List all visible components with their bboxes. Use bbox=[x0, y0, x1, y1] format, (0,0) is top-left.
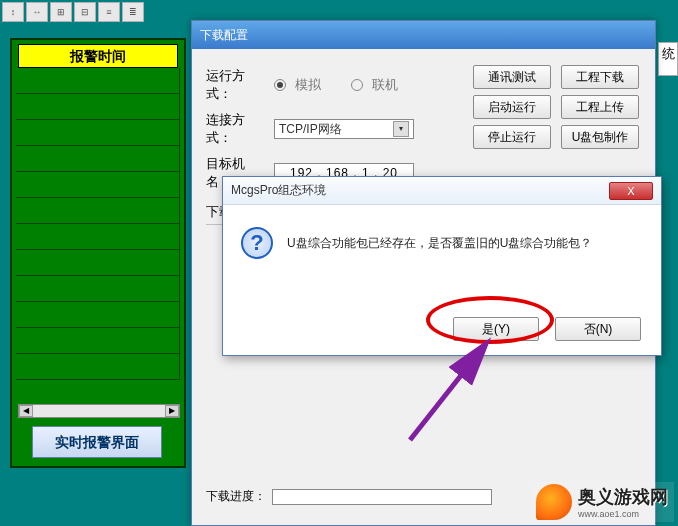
radio-simulate[interactable] bbox=[274, 79, 286, 91]
radio-online-label: 联机 bbox=[372, 76, 398, 94]
flame-icon bbox=[536, 484, 572, 520]
table-row bbox=[16, 94, 180, 120]
yes-button[interactable]: 是(Y) bbox=[453, 317, 539, 341]
no-button[interactable]: 否(N) bbox=[555, 317, 641, 341]
tool-btn-4[interactable]: ⊟ bbox=[74, 2, 96, 22]
horizontal-scrollbar[interactable]: ◀ ▶ bbox=[18, 404, 180, 418]
watermark-url: www.aoe1.com bbox=[578, 509, 668, 519]
comm-test-button[interactable]: 通讯测试 bbox=[473, 65, 551, 89]
conn-mode-label: 连接方式： bbox=[206, 111, 268, 147]
dialog-button-panel: 通讯测试 工程下载 启动运行 工程上传 停止运行 U盘包制作 bbox=[473, 65, 639, 149]
confirm-overwrite-modal: McgsPro组态环境 X ? U盘综合功能包已经存在，是否覆盖旧的U盘综合功能… bbox=[222, 176, 662, 356]
table-row bbox=[16, 198, 180, 224]
question-icon: ? bbox=[241, 227, 273, 259]
conn-mode-select[interactable]: TCP/IP网络 ▾ bbox=[274, 119, 414, 139]
close-button[interactable]: X bbox=[609, 182, 653, 200]
modal-title-text: McgsPro组态环境 bbox=[231, 182, 326, 199]
table-row bbox=[16, 250, 180, 276]
top-toolbar: ↕ ↔ ⊞ ⊟ ≡ ≣ bbox=[2, 2, 144, 22]
download-progress-row: 下载进度： bbox=[206, 488, 492, 505]
watermark: 奥义游戏网 www.aoe1.com bbox=[530, 482, 674, 522]
project-upload-button[interactable]: 工程上传 bbox=[561, 95, 639, 119]
stop-run-button[interactable]: 停止运行 bbox=[473, 125, 551, 149]
table-row bbox=[16, 302, 180, 328]
modal-message: U盘综合功能包已经存在，是否覆盖旧的U盘综合功能包？ bbox=[287, 235, 592, 252]
scroll-right-icon[interactable]: ▶ bbox=[165, 405, 179, 417]
run-mode-label: 运行方式： bbox=[206, 67, 268, 103]
project-download-button[interactable]: 工程下载 bbox=[561, 65, 639, 89]
watermark-name: 奥义游戏网 bbox=[578, 485, 668, 509]
table-row bbox=[16, 276, 180, 302]
dialog-title: 下载配置 bbox=[200, 27, 248, 44]
conn-mode-value: TCP/IP网络 bbox=[279, 121, 342, 138]
radio-online[interactable] bbox=[351, 79, 363, 91]
modal-titlebar[interactable]: McgsPro组态环境 X bbox=[223, 177, 661, 205]
scroll-left-icon[interactable]: ◀ bbox=[19, 405, 33, 417]
alarm-panel: 报警时间 ◀ ▶ 实时报警界面 bbox=[10, 38, 186, 468]
realtime-alarm-button[interactable]: 实时报警界面 bbox=[32, 426, 162, 458]
tool-btn-5[interactable]: ≡ bbox=[98, 2, 120, 22]
tool-btn-1[interactable]: ↕ bbox=[2, 2, 24, 22]
download-progress-bar bbox=[272, 489, 492, 505]
usb-package-make-button[interactable]: U盘包制作 bbox=[561, 125, 639, 149]
table-row bbox=[16, 120, 180, 146]
tool-btn-6[interactable]: ≣ bbox=[122, 2, 144, 22]
system-badge: 统 bbox=[658, 42, 678, 76]
alarm-time-header: 报警时间 bbox=[18, 44, 178, 68]
table-row bbox=[16, 146, 180, 172]
dialog-titlebar[interactable]: 下载配置 bbox=[192, 21, 655, 49]
table-row bbox=[16, 68, 180, 94]
tool-btn-3[interactable]: ⊞ bbox=[50, 2, 72, 22]
chevron-down-icon: ▾ bbox=[393, 121, 409, 137]
tool-btn-2[interactable]: ↔ bbox=[26, 2, 48, 22]
download-progress-label: 下载进度： bbox=[206, 488, 266, 505]
table-row bbox=[16, 328, 180, 354]
alarm-grid bbox=[16, 68, 180, 380]
table-row bbox=[16, 172, 180, 198]
table-row bbox=[16, 354, 180, 380]
radio-simulate-label: 模拟 bbox=[295, 76, 321, 94]
start-run-button[interactable]: 启动运行 bbox=[473, 95, 551, 119]
table-row bbox=[16, 224, 180, 250]
